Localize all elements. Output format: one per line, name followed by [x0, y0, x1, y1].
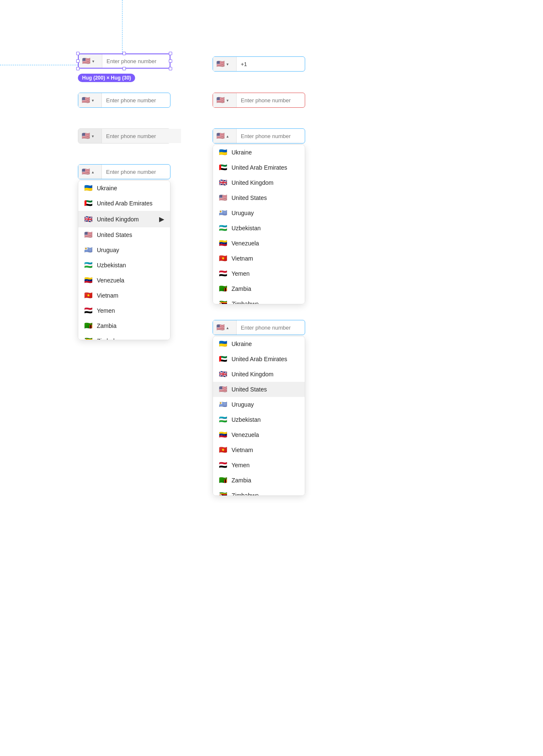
dropdown-item-ukraine-l[interactable]: 🇺🇦 Ukraine: [78, 181, 170, 196]
phone-input-blue[interactable]: 🇺🇸 ▾: [213, 56, 305, 72]
country-selector-5[interactable]: 🇺🇸 ▾: [78, 129, 102, 143]
dropdown-item-uzbekistan-r1[interactable]: 🇺🇿 Uzbekistan: [213, 221, 305, 236]
country-name-ukraine-r2: Ukraine: [232, 341, 252, 347]
dropdown-item-zambia-r2[interactable]: 🇿🇲 Zambia: [213, 473, 305, 488]
country-name-us-r1: United States: [232, 194, 267, 201]
dropdown-item-us-r2[interactable]: 🇺🇸 United States: [213, 382, 305, 397]
dropdown-item-uruguay-r2[interactable]: 🇺🇾 Uruguay: [213, 397, 305, 412]
dropdown-item-yemen-r1[interactable]: 🇾🇪 Yemen: [213, 266, 305, 281]
phone-text-input-7[interactable]: [102, 165, 181, 179]
dropdown-item-zimbabwe-r1[interactable]: 🇿🇼 Zimbabwe: [213, 296, 305, 304]
country-name-uruguay-r2: Uruguay: [232, 401, 254, 408]
chevron-down-icon-4: ▾: [226, 98, 229, 103]
country-selector-6[interactable]: 🇺🇸 ▴: [213, 129, 237, 143]
dropdown-item-zimbabwe-r2[interactable]: 🇿🇼 Zimbabwe: [213, 488, 305, 496]
phone-input-disabled[interactable]: 🇺🇸 ▾: [78, 128, 170, 144]
chevron-up-icon-7: ▴: [92, 170, 94, 174]
country-name-uk-l: United Kingdom: [97, 216, 139, 223]
dropdown-item-uae-r2[interactable]: 🇦🇪 United Arab Emirates: [213, 351, 305, 367]
phone-input-error[interactable]: 🇺🇸 ▾: [213, 93, 305, 108]
country-name-ukraine-l: Ukraine: [97, 185, 117, 192]
country-selector-3[interactable]: 🇺🇸 ▾: [78, 93, 102, 107]
handle-br[interactable]: [169, 67, 172, 70]
dropdown-item-us-r1[interactable]: 🇺🇸 United States: [213, 190, 305, 205]
handle-mr[interactable]: [169, 59, 172, 63]
country-selector-7[interactable]: 🇺🇸 ▴: [78, 165, 102, 179]
flag-uruguay-l: 🇺🇾: [84, 247, 93, 253]
phone-text-input-3[interactable]: [102, 93, 181, 107]
dropdown-item-ukraine-r1[interactable]: 🇺🇦 Ukraine: [213, 145, 305, 160]
dropdown-item-uruguay-r1[interactable]: 🇺🇾 Uruguay: [213, 205, 305, 221]
country-selector-4[interactable]: 🇺🇸 ▾: [213, 93, 237, 107]
dropdown-item-zimbabwe-l[interactable]: 🇿🇼 Zimbabwe: [78, 333, 170, 340]
flag-icon-1: 🇺🇸: [82, 58, 90, 64]
handle-tl[interactable]: [76, 52, 80, 55]
dropdown-item-yemen-r2[interactable]: 🇾🇪 Yemen: [213, 458, 305, 473]
country-name-yemen-l: Yemen: [97, 307, 115, 314]
flag-venezuela-l: 🇻🇪: [84, 277, 93, 283]
flag-zambia-r1: 🇿🇲: [219, 286, 227, 292]
dropdown-item-vietnam-r2[interactable]: 🇻🇳 Vietnam: [213, 442, 305, 458]
dropdown-item-uruguay-l[interactable]: 🇺🇾 Uruguay: [78, 242, 170, 258]
phone-text-input-8[interactable]: [237, 320, 316, 335]
dropdown-item-venezuela-l[interactable]: 🇻🇪 Venezuela: [78, 273, 170, 288]
flag-venezuela-r2: 🇻🇪: [219, 432, 227, 438]
dropdown-item-uzbekistan-r2[interactable]: 🇺🇿 Uzbekistan: [213, 412, 305, 427]
dropdown-item-ukraine-r2[interactable]: 🇺🇦 Ukraine: [213, 336, 305, 351]
country-selector-8[interactable]: 🇺🇸 ▴: [213, 320, 237, 335]
handle-bl[interactable]: [76, 67, 80, 70]
phone-input-open-right-1[interactable]: 🇺🇸 ▴: [213, 128, 305, 144]
country-selector-2[interactable]: 🇺🇸 ▾: [213, 57, 237, 71]
dropdown-item-uzbekistan-l[interactable]: 🇺🇿 Uzbekistan: [78, 258, 170, 273]
country-name-uruguay-r1: Uruguay: [232, 210, 254, 216]
flag-uae-r2: 🇦🇪: [219, 356, 227, 362]
phone-text-input-4[interactable]: [237, 93, 316, 107]
phone-input-open-left[interactable]: 🇺🇸 ▴: [78, 164, 170, 179]
dropdown-item-venezuela-r1[interactable]: 🇻🇪 Venezuela: [213, 236, 305, 251]
country-selector-1[interactable]: 🇺🇸 ▾: [79, 54, 102, 68]
flag-icon-4: 🇺🇸: [216, 97, 225, 103]
country-name-uk-r2: United Kingdom: [232, 371, 274, 378]
chevron-down-icon-2: ▾: [226, 62, 229, 67]
dropdown-item-yemen-l[interactable]: 🇾🇪 Yemen: [78, 303, 170, 318]
dropdown-item-uae-l[interactable]: 🇦🇪 United Arab Emirates: [78, 196, 170, 211]
phone-input-selected[interactable]: 🇺🇸 ▾: [78, 53, 170, 69]
dropdown-item-zambia-l[interactable]: 🇿🇲 Zambia: [78, 318, 170, 333]
dropdown-item-vietnam-r1[interactable]: 🇻🇳 Vietnam: [213, 251, 305, 266]
dropdown-item-us-l[interactable]: 🇺🇸 United States: [78, 227, 170, 242]
phone-text-input-2[interactable]: [237, 57, 316, 71]
handle-tr[interactable]: [169, 52, 172, 55]
dropdown-item-uk-r1[interactable]: 🇬🇧 United Kingdom: [213, 175, 305, 190]
chevron-up-icon-6: ▴: [226, 134, 229, 138]
phone-text-input-6[interactable]: [237, 129, 316, 143]
country-name-zambia-r2: Zambia: [232, 477, 251, 484]
phone-input-normal[interactable]: 🇺🇸 ▾: [78, 93, 170, 108]
dropdown-left: 🇺🇦 Ukraine 🇦🇪 United Arab Emirates 🇬🇧 Un…: [78, 180, 170, 340]
flag-uzbekistan-r2: 🇺🇿: [219, 417, 227, 423]
phone-input-open-left-section: 🇺🇸 ▴ 🇺🇦 Ukraine 🇦🇪 United Arab Emirates …: [78, 164, 170, 179]
phone-text-input-5[interactable]: [102, 129, 181, 143]
country-name-us-l: United States: [97, 232, 132, 238]
cursor-indicator: ▶: [159, 215, 164, 223]
dropdown-item-uk-l[interactable]: 🇬🇧 United Kingdom ▶: [78, 211, 170, 227]
flag-icon-6: 🇺🇸: [216, 133, 225, 139]
dropdown-item-vietnam-l[interactable]: 🇻🇳 Vietnam: [78, 288, 170, 303]
flag-zambia-r2: 🇿🇲: [219, 477, 227, 483]
phone-input-open-right-2-section: 🇺🇸 ▴ 🇺🇦 Ukraine 🇦🇪 United Arab Emirates …: [213, 320, 305, 335]
flag-uae-l: 🇦🇪: [84, 200, 93, 206]
dropdown-item-venezuela-r2[interactable]: 🇻🇪 Venezuela: [213, 427, 305, 442]
country-name-zimbabwe-r1: Zimbabwe: [232, 301, 259, 304]
dashed-vertical-line: [122, 0, 122, 56]
country-name-venezuela-r2: Venezuela: [232, 431, 259, 438]
phone-input-open-right-2[interactable]: 🇺🇸 ▴: [213, 320, 305, 335]
dropdown-item-uk-r2[interactable]: 🇬🇧 United Kingdom: [213, 367, 305, 382]
dropdown-item-uae-r1[interactable]: 🇦🇪 United Arab Emirates: [213, 160, 305, 175]
flag-yemen-r1: 🇾🇪: [219, 271, 227, 277]
handle-ml[interactable]: [76, 59, 80, 63]
handle-bm[interactable]: [122, 67, 126, 70]
dropdown-item-zambia-r1[interactable]: 🇿🇲 Zambia: [213, 281, 305, 296]
dashed-horizontal-line: [0, 65, 82, 65]
chevron-down-icon-3: ▾: [92, 98, 94, 103]
flag-uruguay-r2: 🇺🇾: [219, 402, 227, 407]
handle-tm[interactable]: [122, 52, 126, 55]
